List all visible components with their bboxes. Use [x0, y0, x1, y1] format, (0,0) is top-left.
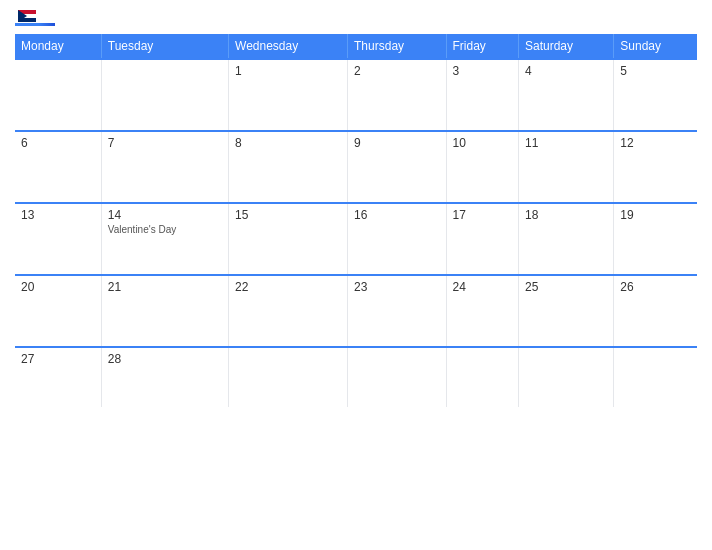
day-number: 25	[525, 280, 607, 294]
table-cell: 5	[614, 59, 697, 131]
day-number: 5	[620, 64, 691, 78]
table-cell: 21	[101, 275, 228, 347]
table-cell: 13	[15, 203, 101, 275]
day-number: 12	[620, 136, 691, 150]
day-number: 14	[108, 208, 222, 222]
table-cell: 10	[446, 131, 518, 203]
day-number: 13	[21, 208, 95, 222]
table-cell: 24	[446, 275, 518, 347]
table-cell: 28	[101, 347, 228, 407]
table-cell: 11	[518, 131, 613, 203]
calendar-header	[15, 10, 697, 26]
table-cell: 20	[15, 275, 101, 347]
col-wednesday: Wednesday	[229, 34, 348, 59]
table-cell: 8	[229, 131, 348, 203]
table-cell: 6	[15, 131, 101, 203]
logo	[15, 10, 55, 26]
table-cell: 17	[446, 203, 518, 275]
day-number: 24	[453, 280, 512, 294]
table-cell: 26	[614, 275, 697, 347]
table-row: 1314Valentine's Day1516171819	[15, 203, 697, 275]
day-number: 10	[453, 136, 512, 150]
table-cell	[518, 347, 613, 407]
calendar-page: Monday Tuesday Wednesday Thursday Friday…	[0, 0, 712, 550]
col-friday: Friday	[446, 34, 518, 59]
day-number: 23	[354, 280, 440, 294]
table-cell: 25	[518, 275, 613, 347]
col-sunday: Sunday	[614, 34, 697, 59]
table-cell: 3	[446, 59, 518, 131]
table-cell	[229, 347, 348, 407]
table-cell: 9	[348, 131, 447, 203]
calendar-header-row: Monday Tuesday Wednesday Thursday Friday…	[15, 34, 697, 59]
day-number: 4	[525, 64, 607, 78]
event-label: Valentine's Day	[108, 224, 222, 235]
day-number: 8	[235, 136, 341, 150]
table-cell: 18	[518, 203, 613, 275]
table-cell: 2	[348, 59, 447, 131]
day-number: 17	[453, 208, 512, 222]
day-number: 20	[21, 280, 95, 294]
table-cell: 12	[614, 131, 697, 203]
day-number: 2	[354, 64, 440, 78]
day-number: 9	[354, 136, 440, 150]
day-number: 27	[21, 352, 95, 366]
day-number: 11	[525, 136, 607, 150]
day-number: 1	[235, 64, 341, 78]
day-number: 7	[108, 136, 222, 150]
table-row: 6789101112	[15, 131, 697, 203]
table-cell	[614, 347, 697, 407]
col-tuesday: Tuesday	[101, 34, 228, 59]
table-cell: 23	[348, 275, 447, 347]
table-row: 20212223242526	[15, 275, 697, 347]
table-cell: 4	[518, 59, 613, 131]
table-cell: 1	[229, 59, 348, 131]
day-number: 18	[525, 208, 607, 222]
col-saturday: Saturday	[518, 34, 613, 59]
calendar-body: 1234567891011121314Valentine's Day151617…	[15, 59, 697, 407]
table-cell	[15, 59, 101, 131]
calendar-table: Monday Tuesday Wednesday Thursday Friday…	[15, 34, 697, 407]
day-number: 26	[620, 280, 691, 294]
table-cell: 15	[229, 203, 348, 275]
table-cell	[446, 347, 518, 407]
col-monday: Monday	[15, 34, 101, 59]
day-number: 21	[108, 280, 222, 294]
day-number: 16	[354, 208, 440, 222]
col-thursday: Thursday	[348, 34, 447, 59]
table-cell: 22	[229, 275, 348, 347]
logo-blue-bar	[15, 23, 55, 26]
table-row: 2728	[15, 347, 697, 407]
logo-flag-icon	[18, 10, 36, 22]
day-number: 19	[620, 208, 691, 222]
table-cell	[348, 347, 447, 407]
day-number: 6	[21, 136, 95, 150]
table-cell: 27	[15, 347, 101, 407]
table-cell: 7	[101, 131, 228, 203]
table-cell: 14Valentine's Day	[101, 203, 228, 275]
table-row: 12345	[15, 59, 697, 131]
day-number: 15	[235, 208, 341, 222]
table-cell	[101, 59, 228, 131]
table-cell: 19	[614, 203, 697, 275]
day-number: 3	[453, 64, 512, 78]
day-number: 28	[108, 352, 222, 366]
day-number: 22	[235, 280, 341, 294]
table-cell: 16	[348, 203, 447, 275]
